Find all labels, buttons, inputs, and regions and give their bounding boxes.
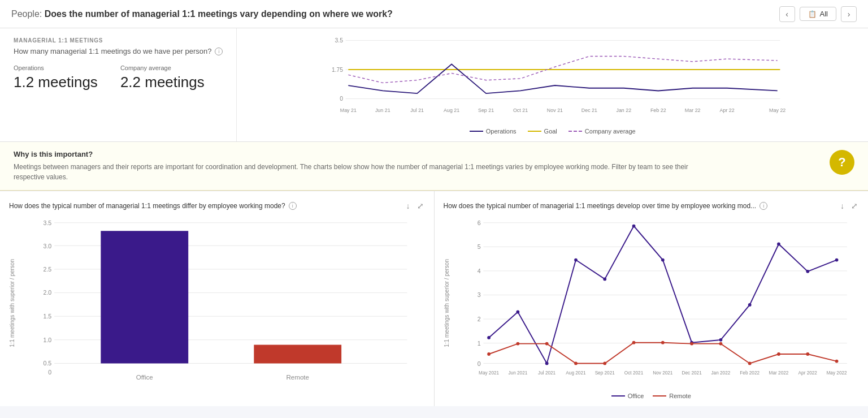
top-chart: 3.5 1.75 0 May 21 Jun 21 Jul 21 Aug 21 S…	[246, 35, 859, 126]
line-chart-actions: ↓ ⤢	[839, 200, 859, 212]
all-label: All	[820, 10, 828, 18]
svg-text:0.5: 0.5	[43, 360, 51, 367]
title-prefix: People:	[11, 9, 42, 19]
svg-text:3: 3	[477, 291, 480, 298]
company-avg-label: Company average	[120, 64, 205, 71]
svg-text:Aug 21: Aug 21	[444, 107, 460, 113]
top-line-chart-svg: 3.5 1.75 0 May 21 Jun 21 Jul 21 Aug 21 S…	[246, 35, 859, 120]
svg-point-65	[516, 342, 519, 346]
line-chart-legend: Office Remote	[444, 393, 860, 399]
line-chart-download[interactable]: ↓	[839, 200, 845, 212]
svg-text:Mar 22: Mar 22	[685, 107, 701, 113]
top-bar: People: Does the number of managerial 1:…	[0, 0, 868, 28]
line-chart-panel: How does the typical number of manageria…	[435, 191, 869, 406]
bar-chart-download[interactable]: ↓	[405, 200, 411, 212]
svg-point-66	[545, 342, 548, 346]
section-info-icon[interactable]: i	[215, 48, 223, 55]
company-avg-value: 2.2 meetings	[120, 74, 205, 91]
company-avg-line-legend	[568, 131, 582, 132]
operations-line-legend	[470, 131, 483, 132]
bar-chart-svg: 3.5 3.0 2.5 2.0 1.5 1.0 0.5 0 Office Rem…	[18, 218, 425, 388]
svg-point-70	[661, 341, 664, 344]
section-question: How many managerial 1:1 meetings do we h…	[14, 47, 223, 55]
next-button[interactable]: ›	[841, 6, 857, 22]
svg-text:Remote: Remote	[286, 373, 309, 381]
svg-point-61	[777, 243, 780, 246]
office-legend-line	[611, 395, 625, 397]
legend-remote: Remote	[653, 393, 691, 399]
remote-legend-line	[653, 395, 666, 397]
svg-point-67	[574, 362, 578, 365]
svg-text:Oct 21: Oct 21	[513, 107, 528, 113]
svg-text:Jan 2022: Jan 2022	[711, 370, 730, 376]
svg-point-73	[748, 362, 751, 365]
svg-text:May 21: May 21	[340, 107, 357, 113]
svg-text:Jul 2021: Jul 2021	[538, 370, 556, 376]
line-chart-expand[interactable]: ⤢	[850, 200, 859, 212]
svg-point-68	[603, 362, 606, 365]
bar-chart-body: 1:1 meetings with superior / person 3.5 …	[9, 218, 425, 388]
svg-text:Oct 2021: Oct 2021	[624, 370, 643, 376]
all-button[interactable]: 📋 All	[800, 7, 836, 21]
svg-text:Jun 21: Jun 21	[375, 107, 390, 113]
line-chart-info-icon[interactable]: i	[760, 202, 767, 210]
svg-point-63	[835, 258, 838, 262]
svg-point-64	[487, 352, 491, 356]
prev-button[interactable]: ‹	[779, 6, 795, 22]
why-title: Why is this important?	[14, 150, 818, 158]
company-avg-metric: Company average 2.2 meetings	[120, 64, 205, 91]
title-main: Does the number of managerial 1:1 meetin…	[45, 9, 393, 19]
svg-point-69	[632, 341, 635, 344]
svg-text:Dec 2021: Dec 2021	[682, 370, 702, 376]
office-bar	[101, 231, 188, 363]
remote-bar	[254, 345, 341, 364]
page-title: People: Does the number of managerial 1:…	[11, 9, 393, 19]
metrics-row: Operations 1.2 meetings Company average …	[14, 64, 223, 91]
why-text: Meetings between managers and their repo…	[14, 162, 692, 182]
svg-text:3.0: 3.0	[43, 243, 51, 249]
bar-chart-info-icon[interactable]: i	[289, 202, 297, 210]
legend-operations: Operations	[470, 128, 517, 135]
svg-text:2.5: 2.5	[43, 266, 51, 273]
svg-point-60	[748, 303, 751, 307]
svg-point-74	[777, 352, 780, 356]
svg-text:1: 1	[477, 340, 480, 347]
svg-text:1.0: 1.0	[43, 337, 51, 343]
metrics-left: MANAGERIAL 1:1 MEETINGS How many manager…	[0, 28, 237, 141]
svg-text:May 2021: May 2021	[479, 370, 500, 376]
svg-point-51	[487, 336, 491, 339]
legend-company-avg: Company average	[568, 128, 636, 135]
svg-text:Dec 21: Dec 21	[581, 107, 597, 113]
operations-metric: Operations 1.2 meetings	[14, 64, 98, 91]
svg-point-62	[806, 270, 809, 273]
line-chart-title: How does the typical number of manageria…	[444, 202, 757, 210]
svg-point-53	[545, 362, 548, 365]
svg-point-59	[719, 338, 722, 342]
why-section: Why is this important? Meetings between …	[0, 142, 868, 191]
section-label: MANAGERIAL 1:1 MEETINGS	[14, 37, 223, 44]
svg-point-75	[806, 352, 809, 356]
line-chart-svg: 6 5 4 3 2 1 0	[452, 218, 860, 388]
svg-text:Jun 2021: Jun 2021	[508, 370, 527, 376]
svg-text:3.5: 3.5	[335, 37, 344, 44]
svg-point-54	[574, 258, 578, 262]
operations-label: Operations	[14, 64, 98, 71]
line-y-axis-label: 1:1 meetings with superior / person	[444, 259, 450, 347]
svg-text:1.5: 1.5	[43, 313, 51, 320]
line-chart-body: 1:1 meetings with superior / person 6 5 …	[444, 218, 860, 388]
svg-point-76	[835, 360, 838, 363]
svg-text:May 22: May 22	[770, 107, 786, 113]
svg-text:Nov 2021: Nov 2021	[653, 370, 673, 376]
bar-chart-panel: How does the typical number of manageria…	[0, 191, 435, 406]
svg-text:6: 6	[477, 219, 480, 226]
bar-chart-title-row: How does the typical number of manageria…	[9, 200, 425, 212]
svg-text:3.5: 3.5	[43, 219, 51, 226]
svg-text:Sep 2021: Sep 2021	[594, 370, 615, 376]
nav-controls: ‹ 📋 All ›	[779, 6, 857, 22]
svg-text:Office: Office	[136, 373, 153, 381]
svg-point-71	[690, 342, 693, 346]
svg-point-52	[516, 311, 519, 314]
metrics-section: MANAGERIAL 1:1 MEETINGS How many manager…	[0, 28, 868, 142]
svg-text:Jul 21: Jul 21	[411, 107, 424, 113]
bar-chart-expand[interactable]: ⤢	[416, 200, 425, 212]
